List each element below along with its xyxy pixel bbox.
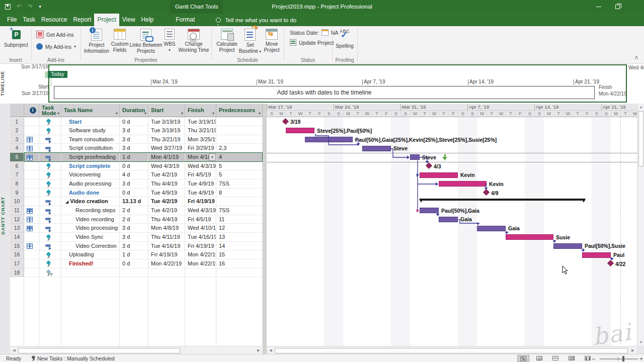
row-number[interactable]: 1: [10, 118, 24, 127]
table-row[interactable]: 13Video processing3 dMon 4/8/19Wed 4/10/…: [10, 224, 263, 233]
table-row[interactable]: 15Video Correction3 dTue 4/16/19Fri 4/19…: [10, 242, 263, 251]
cell[interactable]: Tue 4/9/19: [185, 179, 216, 189]
tab-format[interactable]: Format: [173, 14, 198, 26]
task-name-cell[interactable]: Video creation: [61, 197, 120, 206]
row-number[interactable]: 5: [10, 153, 24, 162]
tab-help[interactable]: Help: [138, 14, 157, 26]
change-working-time-button[interactable]: Change Working Time: [178, 28, 209, 53]
column-header-info[interactable]: i: [24, 104, 39, 117]
cell[interactable]: Tue 4/2/19: [148, 206, 185, 215]
cell[interactable]: 5: [216, 170, 263, 179]
table-row[interactable]: 10Video creation13.13 dTue 4/2/19Fri 4/1…: [10, 197, 263, 206]
cell[interactable]: [120, 268, 148, 278]
cell[interactable]: 12: [216, 224, 263, 233]
cell[interactable]: [39, 224, 61, 233]
table-row[interactable]: 5Script proofreading1 dMon 4/1/19Mon 4/1…: [10, 153, 263, 162]
cell[interactable]: Fri 4/19/19: [185, 242, 216, 251]
row-number[interactable]: 12: [10, 215, 24, 224]
task-table[interactable]: iTask Mode▾Task Name▾Duration▾Start▾Fini…: [10, 104, 263, 346]
zoom-out-button[interactable]: −: [592, 355, 595, 362]
milestone-diamond[interactable]: [483, 189, 490, 196]
view-resource-sheet-button[interactable]: [566, 355, 578, 362]
cell[interactable]: Tue 3/19/19: [148, 126, 185, 135]
cell[interactable]: 0 d: [120, 118, 148, 127]
cell[interactable]: [39, 250, 61, 259]
vscroll-thumb[interactable]: [638, 111, 643, 166]
milestone-diamond[interactable]: [282, 118, 289, 125]
cell[interactable]: 2 d: [120, 206, 148, 215]
task-name-cell[interactable]: Script proofreading: [61, 153, 120, 162]
cell[interactable]: Thu 4/4/19: [148, 215, 185, 224]
cell[interactable]: 1 d: [120, 153, 148, 162]
row-number[interactable]: 14: [10, 233, 24, 242]
task-bar[interactable]: [305, 137, 353, 142]
cell[interactable]: [24, 242, 39, 251]
column-header-duration[interactable]: Duration▾: [120, 104, 148, 117]
cell[interactable]: [39, 162, 61, 171]
task-bar[interactable]: [410, 154, 420, 160]
my-addins-button[interactable]: My Add-ins ▾: [36, 43, 76, 50]
cell[interactable]: 13: [216, 233, 263, 242]
cell[interactable]: 3 d: [120, 224, 148, 233]
cell[interactable]: 3 d: [120, 135, 148, 144]
chart-scroll-left-icon[interactable]: ◀: [267, 347, 274, 354]
cell[interactable]: [24, 179, 39, 189]
wbs-button[interactable]: WBS ▾: [161, 28, 178, 53]
cell[interactable]: 5: [216, 162, 263, 171]
cell[interactable]: [39, 259, 61, 268]
cell[interactable]: Thu 3/21/19: [185, 126, 216, 135]
task-bar[interactable]: [439, 217, 458, 222]
cell[interactable]: [24, 189, 39, 198]
cell[interactable]: Tue 3/19/19: [148, 118, 185, 127]
task-name-cell[interactable]: Software study: [61, 126, 120, 135]
cell[interactable]: [39, 126, 61, 135]
tab-file[interactable]: File: [4, 14, 20, 26]
cell[interactable]: [24, 250, 39, 259]
cell[interactable]: Wed 3/27/19: [148, 144, 185, 153]
cell[interactable]: [24, 233, 39, 242]
move-project-button[interactable]: Move Project: [261, 28, 283, 53]
cell[interactable]: [39, 206, 61, 215]
cell[interactable]: Fri 4/19/19: [148, 250, 185, 259]
scroll-down-icon[interactable]: ▼: [637, 339, 644, 346]
table-row[interactable]: 6Script complete0 dWed 4/3/19Wed 4/3/195: [10, 162, 263, 171]
table-scroll-left-icon[interactable]: ◀: [11, 347, 18, 354]
column-header-task-mode[interactable]: Task Mode▾: [39, 104, 61, 117]
cell[interactable]: Mon 3/25/19: [185, 135, 216, 144]
row-number[interactable]: 8: [10, 179, 24, 189]
subproject-button[interactable]: Subproject: [3, 28, 29, 48]
finish-cell-dropdown[interactable]: ∨: [209, 153, 216, 161]
table-row[interactable]: 3Team consultation3 dThu 3/21/19Mon 3/25…: [10, 135, 263, 144]
row-number[interactable]: 16: [10, 250, 24, 259]
cell[interactable]: Tue 3/19/19: [185, 118, 216, 127]
cell[interactable]: 4 d: [120, 170, 148, 179]
table-row[interactable]: 4Script constitution3 dWed 3/27/19Fri 3/…: [10, 144, 263, 153]
cell[interactable]: [39, 179, 61, 189]
cell[interactable]: [24, 268, 39, 278]
cell[interactable]: [39, 233, 61, 242]
table-row[interactable]: 7Voiceovering4 dTue 4/2/19Fri 4/5/195: [10, 170, 263, 179]
row-number[interactable]: 17: [10, 259, 24, 268]
view-task-usage-button[interactable]: [533, 355, 545, 362]
update-project-button[interactable]: Update Project: [290, 39, 334, 46]
cell[interactable]: 13.13 d: [120, 197, 148, 206]
task-bar[interactable]: [420, 208, 439, 213]
cell[interactable]: Mon 4/1/19: [148, 153, 185, 162]
table-row[interactable]: 14Video Sync3 dThu 4/11/19Tue 4/16/1913: [10, 233, 263, 242]
cell[interactable]: [148, 268, 185, 278]
row-number[interactable]: 9: [10, 189, 24, 198]
row-number[interactable]: 15: [10, 242, 24, 251]
cell[interactable]: [24, 135, 39, 144]
task-bar[interactable]: [582, 252, 611, 258]
cell[interactable]: [24, 206, 39, 215]
cell[interactable]: [39, 135, 61, 144]
task-name-cell[interactable]: Recording steps: [61, 206, 120, 215]
task-bar[interactable]: [439, 181, 487, 187]
get-addins-button[interactable]: Get Add-ins: [36, 31, 74, 38]
cell[interactable]: Wed 4/3/19: [148, 162, 185, 171]
cell[interactable]: 8: [216, 189, 263, 198]
cell[interactable]: Mon 4/22/19: [185, 259, 216, 268]
row-number[interactable]: 7: [10, 170, 24, 179]
cell[interactable]: [39, 242, 61, 251]
row-number[interactable]: 13: [10, 224, 24, 233]
